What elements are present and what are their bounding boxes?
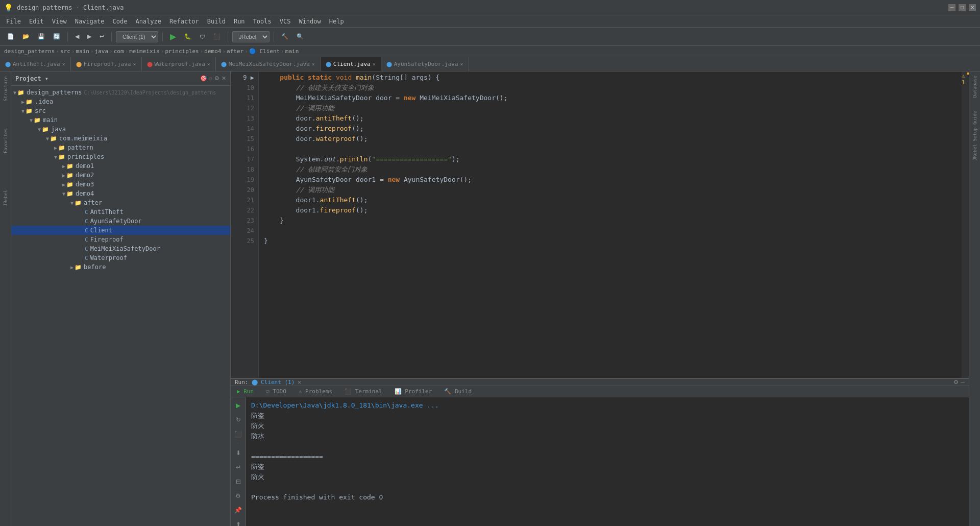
- breadcrumb-method-main[interactable]: main: [285, 48, 299, 55]
- maximize-button[interactable]: □: [959, 4, 966, 11]
- tree-main[interactable]: ▼ 📁 main: [11, 115, 230, 125]
- run-wrap-btn[interactable]: ↵: [232, 461, 244, 473]
- tree-ayun[interactable]: C AyunSafetyDoor: [11, 217, 230, 226]
- menu-run[interactable]: Run: [230, 17, 249, 26]
- run-rerun-btn[interactable]: ↻: [232, 414, 244, 426]
- tab-close-fireproof[interactable]: ✕: [133, 61, 136, 67]
- panel-header-icons[interactable]: 🎯 ≡ ⚙ ✕: [200, 75, 226, 82]
- run-controls[interactable]: ⚙ ─: [953, 379, 965, 386]
- menu-help[interactable]: Help: [325, 17, 348, 26]
- window-controls[interactable]: ─ □ ✕: [948, 4, 976, 11]
- tree-idea[interactable]: ▶ 📁 .idea: [11, 97, 230, 106]
- menu-view[interactable]: View: [48, 17, 71, 26]
- run-config-label[interactable]: ⬤ Client (1): [252, 379, 295, 386]
- tab-client[interactable]: ⬤ Client.java ✕: [321, 57, 381, 71]
- run-stop-btn[interactable]: ⬛: [232, 428, 244, 440]
- menu-tools[interactable]: Tools: [249, 17, 276, 26]
- run-minimize-btn[interactable]: ─: [961, 379, 965, 386]
- breadcrumb-main[interactable]: main: [76, 48, 89, 55]
- stop-button[interactable]: ⬛: [210, 32, 224, 41]
- minimize-button[interactable]: ─: [948, 4, 955, 11]
- tab-meimeixia[interactable]: ⬤ MeiMeiXiaSafetyDoor.java ✕: [216, 57, 321, 71]
- close-button[interactable]: ✕: [969, 4, 976, 11]
- tab-terminal[interactable]: ⬛ Terminal: [338, 386, 388, 397]
- menu-analyze[interactable]: Analyze: [131, 17, 165, 26]
- run-settings-btn[interactable]: ⚙: [953, 379, 959, 386]
- tab-close-antitheft[interactable]: ✕: [62, 61, 65, 67]
- tab-ayun[interactable]: ⬤ AyunSafetyDoor.java ✕: [381, 57, 469, 71]
- left-icon-structure[interactable]: Structure: [1, 74, 10, 104]
- tab-problems[interactable]: ⚠ Problems: [292, 386, 338, 397]
- tab-profiler[interactable]: 📊 Profiler: [388, 386, 438, 397]
- tree-after[interactable]: ▼ 📁 after: [11, 198, 230, 207]
- tree-root[interactable]: ▼ 📁 design_patterns C:\Users\32120\IdeaP…: [11, 88, 230, 97]
- tab-close-client[interactable]: ✕: [373, 61, 376, 67]
- run-expand-btn[interactable]: ⬆: [232, 518, 244, 526]
- toolbar-new-btn[interactable]: 📄: [4, 32, 17, 41]
- tree-client[interactable]: C Client: [11, 226, 230, 235]
- right-tab-database[interactable]: Database: [971, 71, 979, 102]
- menu-edit[interactable]: Edit: [25, 17, 48, 26]
- menu-vcs[interactable]: VCS: [276, 17, 295, 26]
- run-pin-btn[interactable]: 📌: [232, 504, 244, 516]
- breadcrumb-client[interactable]: 🔵 Client: [249, 48, 280, 55]
- toolbar-save-btn[interactable]: 💾: [35, 32, 48, 41]
- tab-waterproof[interactable]: ⬤ Waterproof.java ✕: [142, 57, 216, 71]
- toolbar-search-btn[interactable]: 🔍: [293, 32, 307, 41]
- tree-fireproof[interactable]: C Fireproof: [11, 235, 230, 244]
- menu-navigate[interactable]: Navigate: [71, 17, 109, 26]
- tree-antitheft[interactable]: C AntiTheft: [11, 207, 230, 217]
- tree-java[interactable]: ▼ 📁 java: [11, 125, 230, 134]
- run-play-btn[interactable]: ▶: [232, 399, 244, 412]
- tree-demo1[interactable]: ▶ 📁 demo1: [11, 161, 230, 171]
- tab-build[interactable]: 🔨 Build: [438, 386, 478, 397]
- run-config-dropdown[interactable]: Client (1): [116, 31, 158, 42]
- tab-close-waterproof[interactable]: ✕: [207, 61, 210, 67]
- breadcrumb-after[interactable]: after: [227, 48, 243, 55]
- menu-file[interactable]: File: [2, 17, 25, 26]
- breadcrumb-principles[interactable]: principles: [165, 48, 199, 55]
- tree-waterproof[interactable]: C Waterproof: [11, 253, 230, 262]
- breadcrumb-src[interactable]: src: [60, 48, 70, 55]
- run-filter-btn[interactable]: ⊟: [232, 475, 244, 488]
- toolbar-forward-btn[interactable]: ▶: [84, 32, 94, 41]
- run-config-close[interactable]: ✕: [298, 379, 301, 386]
- tree-before[interactable]: ▶ 📁 before: [11, 262, 230, 272]
- tab-close-ayun[interactable]: ✕: [460, 61, 463, 67]
- breadcrumb-design-patterns[interactable]: design_patterns: [4, 48, 55, 55]
- coverage-button[interactable]: 🛡: [197, 32, 208, 41]
- run-scroll-end-btn[interactable]: ⬇: [232, 447, 244, 459]
- tree-meimeixia[interactable]: C MeiMeiXiaSafetyDoor: [11, 244, 230, 253]
- tab-close-meimeixia[interactable]: ✕: [312, 61, 315, 67]
- left-icon-favorites[interactable]: Favorites: [1, 126, 10, 156]
- jrebel-dropdown[interactable]: JRebel: [232, 31, 270, 42]
- breadcrumb-java[interactable]: java: [95, 48, 109, 55]
- tab-antitheft[interactable]: ⬤ AntiTheft.java ✕: [0, 57, 71, 71]
- breadcrumb-demo4[interactable]: demo4: [204, 48, 221, 55]
- panel-collapse-btn[interactable]: ≡: [209, 75, 212, 82]
- debug-button[interactable]: 🐛: [181, 32, 194, 41]
- menu-window[interactable]: Window: [295, 17, 325, 26]
- tab-fireproof[interactable]: ⬤ Fireproof.java ✕: [71, 57, 142, 71]
- breadcrumb-meimeixia[interactable]: meimeixia: [129, 48, 160, 55]
- panel-settings-btn[interactable]: ⚙: [214, 75, 219, 82]
- toolbar-undo-btn[interactable]: ↩: [96, 32, 107, 41]
- toolbar-sync-btn[interactable]: 🔄: [50, 32, 63, 41]
- panel-locate-btn[interactable]: 🎯: [200, 75, 207, 82]
- run-button[interactable]: ▶: [167, 30, 179, 43]
- toolbar-open-btn[interactable]: 📂: [19, 32, 33, 41]
- toolbar-back-btn[interactable]: ◀: [72, 32, 82, 41]
- code-content[interactable]: public static void main(String[] args) {…: [259, 71, 962, 378]
- tree-src[interactable]: ▼ 📁 src: [11, 106, 230, 115]
- tree-pattern[interactable]: ▶ 📁 pattern: [11, 143, 230, 152]
- tree-demo4[interactable]: ▼ 📁 demo4: [11, 189, 230, 198]
- right-tab-jrebel-setup[interactable]: JRebel Setup Guide: [971, 107, 979, 165]
- panel-close-btn[interactable]: ✕: [222, 75, 226, 82]
- menu-code[interactable]: Code: [109, 17, 132, 26]
- tree-demo2[interactable]: ▶ 📁 demo2: [11, 171, 230, 180]
- tab-todo[interactable]: ☑ TODO: [260, 386, 292, 397]
- tree-com-meimeixia[interactable]: ▼ 📁 com.meimeixia: [11, 134, 230, 143]
- left-icon-jrebel[interactable]: JRebel: [1, 188, 10, 208]
- menu-build[interactable]: Build: [203, 17, 230, 26]
- tree-demo3[interactable]: ▶ 📁 demo3: [11, 180, 230, 189]
